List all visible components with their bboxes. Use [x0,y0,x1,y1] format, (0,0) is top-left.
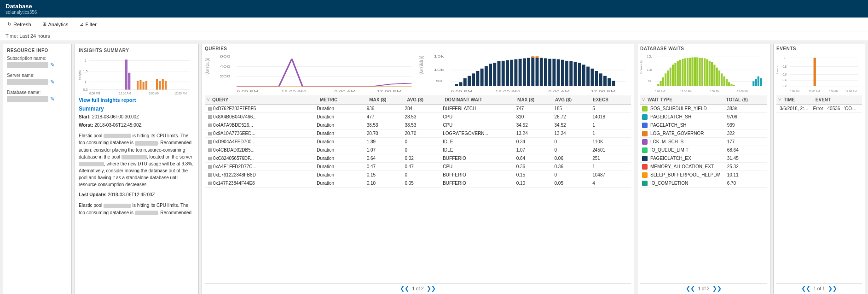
waits-table-header: WAIT TYPE TOTAL ($) [640,95,767,105]
events-filter-icon[interactable] [778,96,781,103]
table-row[interactable]: 0x4CBDAD32DB5... Duration 1.07 0 IDLE 1.… [205,146,631,154]
svg-rect-130 [760,78,762,86]
queries-filter-icon[interactable] [207,96,210,103]
refresh-icon [7,21,12,27]
svg-rect-111 [696,57,698,86]
svg-text:0.2: 0.2 [782,84,787,88]
query-cell: 0x8A4B0B0407466... [207,114,315,120]
events-next-btn[interactable]: ❯ [827,285,838,292]
events-prev-btn[interactable]: ❮ [800,285,811,292]
insights-panel-title: INSIGHTS SUMMARY [79,48,195,53]
svg-text:6:00 AM: 6:00 AM [334,89,356,92]
queries-next-btn[interactable]: ❯ [426,285,437,292]
refresh-button[interactable]: Refresh [6,20,33,28]
svg-text:12:00 PM: 12:00 PM [737,90,748,93]
svg-text:Events: Events [776,66,779,75]
subscription-edit-icon[interactable] [50,62,55,68]
table-row[interactable]: IO_QUEUE_LIMIT 68.64 [640,146,767,154]
svg-rect-104 [679,60,681,86]
svg-rect-127 [752,81,754,86]
full-insights-link[interactable]: View full insights report [79,97,195,103]
table-row[interactable]: PAGELATCH_SH 939 [640,121,767,129]
table-row[interactable]: 0xC824056576DF... Duration 0.64 0.02 BUF… [205,154,631,163]
table-row[interactable]: MEMORY_ALLOCATION_EXT 25.32 [640,163,767,171]
svg-rect-70 [569,61,573,86]
table-row[interactable]: 0x8A4B0B0407466... Duration 477 28.53 CP… [205,113,631,121]
table-row[interactable]: 0xA4E1FFD2D77C... Duration 0.47 0.47 CPU… [205,163,631,171]
analytics-button[interactable]: Analytics [41,20,70,28]
table-row[interactable]: PAGEIOLATCH_EX 31.45 [640,154,767,163]
filter-icon [80,21,84,27]
svg-rect-11 [137,81,139,90]
svg-rect-62 [536,58,539,86]
wait-type-icon [642,123,648,128]
chevron-left-icon: ❮ [801,285,810,292]
svg-rect-9 [125,59,127,89]
events-table-body: 3/6/2018, 2:00:20 AM Error - 40536 - 'CO… [776,105,862,283]
event-name-cell: Error - 40536 - 'COLUMNST... [811,106,860,112]
svg-rect-98 [665,73,666,86]
start-info: Start: 2018-03-06T00:30:00Z [79,114,195,120]
svg-text:6:00 PM: 6:00 PM [451,89,472,92]
svg-rect-120 [718,71,720,86]
wait-type-cell: LOG_RATE_GOVERNOR [649,130,726,136]
server-edit-icon[interactable] [50,79,55,85]
svg-rect-52 [493,63,496,86]
queries-prev-btn[interactable]: ❮ [399,285,410,292]
svg-text:12:00 AM: 12:00 AM [680,90,692,93]
db-waits-inner: DATABASE WAITS Db Waits (s) 15k 10k 5k [637,44,770,294]
wait-type-icon [642,181,648,186]
svg-rect-103 [677,61,679,86]
svg-rect-18 [165,81,167,90]
svg-rect-49 [480,69,484,86]
svg-rect-55 [506,60,509,86]
col-wmax: MAX ($) [516,96,554,103]
wait-type-icon [642,164,648,170]
waits-next-btn[interactable]: ❯ [712,285,723,292]
events-inner: EVENTS Events 1 0.8 0.6 0.4 0.2 [774,44,865,294]
wait-type-cell: IO_QUEUE_LIMIT [649,147,726,153]
svg-rect-12 [139,80,141,90]
table-row[interactable]: 3/6/2018, 2:00:20 AM Error - 40536 - 'CO… [776,105,862,113]
wait-type-icon [642,106,648,112]
database-label: Database name: [7,90,68,95]
table-row[interactable]: 0xD904A4FED700... Duration 1.89 0 IDLE 0… [205,138,631,146]
svg-text:6:00 PM: 6:00 PM [790,90,799,93]
col-event-time: TIME [782,96,814,103]
filter-button[interactable]: Filter [78,20,98,28]
svg-text:5k: 5k [436,80,443,83]
svg-rect-129 [758,76,759,86]
table-row[interactable]: 0x147F23844F44E8 Duration 0.10 0.05 BUFF… [205,179,631,188]
table-row[interactable]: 0x4AFA9BDD526... Duration 38.53 38.53 CP… [205,121,631,129]
table-row[interactable]: 0x9A10A7736EED... Duration 20.70 20.70 L… [205,129,631,138]
table-row[interactable]: LOG_RATE_GOVERNOR 322 [640,129,767,138]
table-row[interactable]: 0xD762F283F7FBF5 Duration 936 284 BUFFER… [205,105,631,113]
svg-rect-107 [687,58,689,86]
table-row[interactable]: SLEEP_BUFFERPOOL_HELPLW 10.11 [640,171,767,179]
svg-rect-128 [755,79,757,86]
table-row[interactable]: LCK_M_SCH_S 177 [640,138,767,146]
table-row[interactable]: 0xE761222848FB8D Duration 0.15 0 BUFFERI… [205,171,631,179]
query-duration-chart: Query dur. (s) 600 400 200 6:00 PM 1 [205,54,417,95]
svg-rect-108 [689,58,691,86]
insights-summary-panel: INSIGHTS SUMMARY 2 1.5 1 0.5 Insights [75,44,199,294]
chevron-right-icon: ❯ [828,285,837,292]
table-row[interactable]: IO_COMPLETION 6.70 [640,179,767,188]
svg-rect-66 [552,59,556,86]
query-cell: 0x4AFA9BDD526... [207,122,315,128]
database-edit-icon[interactable] [50,96,55,102]
wait-type-icon [642,139,648,145]
svg-text:6:00 AM: 6:00 AM [548,89,570,92]
wait-type-cell: SOS_SCHEDULER_YIELD [649,106,726,112]
chevron-right-icon: ❯ [712,285,722,292]
col-avg: AVG ($) [405,96,443,103]
svg-rect-43 [455,84,458,86]
table-row[interactable]: PAGEIOLATCH_SH 9706 [640,113,767,121]
waits-prev-btn[interactable]: ❮ [685,285,696,292]
waits-filter-icon[interactable] [642,96,645,103]
table-row[interactable]: SOS_SCHEDULER_YIELD 383K [640,105,767,113]
svg-text:12:00 PM: 12:00 PM [376,89,401,92]
db-waits-title: DATABASE WAITS [640,46,767,51]
svg-text:12:00 AM: 12:00 AM [281,89,306,92]
svg-text:Query dur. (s): Query dur. (s) [205,58,210,75]
